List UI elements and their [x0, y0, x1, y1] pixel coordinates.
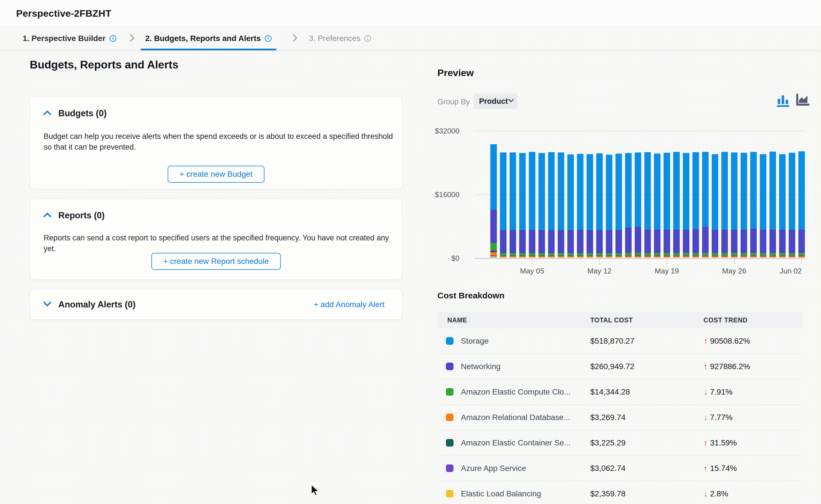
- anomaly-card-title[interactable]: Anomaly Alerts (0): [58, 300, 135, 310]
- tab-label: 2. Budgets, Reports and Alerts: [145, 34, 261, 43]
- chart-bar[interactable]: [567, 154, 574, 258]
- chart-bar[interactable]: [490, 144, 497, 258]
- chart-bar[interactable]: [731, 152, 738, 258]
- chevron-down-icon[interactable]: [43, 301, 51, 308]
- chart-bar[interactable]: [606, 155, 612, 258]
- bar-segment-storage: [798, 151, 805, 230]
- bar-segment-networking: [586, 230, 593, 253]
- chart-bar[interactable]: [596, 153, 603, 258]
- x-axis-label: May 19: [655, 267, 679, 275]
- area-chart-icon[interactable]: [796, 93, 810, 109]
- bar-segment-storage: [586, 154, 593, 230]
- trend-value: 90508.62%: [710, 337, 750, 346]
- chart-bar[interactable]: [712, 154, 718, 258]
- cost-total: $518,870.27: [590, 337, 704, 346]
- chart-bar[interactable]: [750, 152, 757, 258]
- chart-bar[interactable]: [693, 152, 699, 258]
- cost-total: $3,269.74: [590, 413, 704, 422]
- bar-segment-networking: [490, 210, 497, 243]
- bar-segment-storage: [615, 154, 622, 230]
- bar-segment-elb: [635, 257, 641, 258]
- bar-segment-elb: [538, 257, 545, 258]
- chart-bar[interactable]: [683, 153, 689, 258]
- reports-description: Reports can send a cost report to specif…: [44, 232, 396, 254]
- chart-bar[interactable]: [538, 153, 545, 258]
- chart-bar[interactable]: [654, 154, 661, 258]
- x-axis-tick: [599, 259, 600, 264]
- tab-perspective-builder[interactable]: 1. Perspective Builder: [18, 27, 121, 50]
- bar-segment-elb: [731, 257, 738, 258]
- x-axis-tick: [667, 259, 667, 264]
- tab-preferences[interactable]: 3. Preferences: [304, 27, 376, 50]
- chart-bar[interactable]: [577, 154, 583, 258]
- info-icon[interactable]: [364, 35, 371, 42]
- chart-bar[interactable]: [625, 153, 632, 258]
- chart-bar[interactable]: [510, 152, 516, 258]
- x-axis-tick: [801, 259, 802, 264]
- chart-bar[interactable]: [644, 152, 651, 258]
- cost-total: $3,062.74: [590, 464, 704, 473]
- trend-value: 7.77%: [710, 413, 732, 422]
- chevron-down-icon: [508, 99, 514, 104]
- budgets-card: Budgets (0) Budget can help you receive …: [30, 96, 402, 189]
- chart-bar[interactable]: [615, 154, 622, 258]
- chart-bar[interactable]: [702, 152, 709, 258]
- chart-bar[interactable]: [500, 152, 506, 258]
- trend-value: 31.59%: [710, 438, 737, 447]
- chart-bar[interactable]: [519, 153, 526, 258]
- info-icon[interactable]: [109, 35, 117, 42]
- anomaly-alerts-card: Anomaly Alerts (0) + add Anomaly Alert: [30, 289, 402, 320]
- chart-bar[interactable]: [586, 154, 593, 258]
- reports-card-title[interactable]: Reports (0): [58, 210, 105, 221]
- bar-segment-ec2: [606, 253, 612, 255]
- chevron-up-icon[interactable]: [43, 110, 51, 117]
- budgets-card-title[interactable]: Budgets (0): [58, 108, 107, 119]
- chevron-up-icon[interactable]: [43, 212, 51, 219]
- add-anomaly-alert-link[interactable]: + add Anomaly Alert: [314, 300, 384, 309]
- series-color-chip: [446, 337, 453, 345]
- bar-segment-ec2: [558, 253, 564, 255]
- chart-bar[interactable]: [789, 153, 795, 258]
- bar-segment-ec2: [577, 253, 583, 255]
- chart-bar[interactable]: [798, 151, 805, 258]
- chart-bar[interactable]: [673, 152, 680, 258]
- bar-segment-storage: [548, 152, 554, 230]
- chart-bar[interactable]: [741, 153, 747, 258]
- trend-value: 2.8%: [710, 489, 728, 498]
- bar-segment-storage: [538, 153, 545, 230]
- bar-segment-storage: [721, 152, 728, 230]
- chart-bar[interactable]: [635, 152, 641, 258]
- tab-budgets-reports-alerts[interactable]: 2. Budgets, Reports and Alerts: [141, 27, 276, 50]
- chart-bar[interactable]: [529, 152, 535, 258]
- chart-bar[interactable]: [770, 152, 776, 258]
- chart-bar[interactable]: [779, 154, 786, 258]
- bar-segment-networking: [635, 227, 641, 253]
- series-color-chip: [446, 464, 453, 472]
- trend-value: 15.74%: [710, 464, 737, 473]
- chart-bar[interactable]: [558, 152, 564, 258]
- bar-segment-elb: [548, 257, 554, 258]
- bar-segment-networking: [567, 230, 574, 253]
- bar-segment-networking: [731, 230, 738, 253]
- bar-segment-elb: [510, 257, 516, 258]
- table-row: Amazon Elastic Container Se...$3,225.29↑…: [437, 430, 803, 456]
- y-axis-label: $0: [451, 254, 459, 263]
- info-icon[interactable]: [265, 35, 272, 42]
- chart-bar[interactable]: [664, 153, 670, 258]
- bar-segment-elb: [770, 257, 776, 258]
- table-column-header: NAME: [437, 316, 590, 324]
- cost-name-cell: Storage: [437, 337, 590, 346]
- x-axis-label: May 12: [587, 267, 611, 275]
- chart-bar[interactable]: [760, 154, 766, 258]
- create-budget-button[interactable]: + create new Budget: [167, 166, 265, 183]
- chart-bar[interactable]: [548, 152, 554, 258]
- bar-segment-ec2: [548, 253, 554, 255]
- bar-chart-icon[interactable]: [776, 93, 790, 109]
- bar-segment-elb: [673, 257, 680, 258]
- create-report-button[interactable]: + create new Report schedule: [151, 253, 281, 270]
- bar-segment-networking: [789, 230, 795, 253]
- chart-bar[interactable]: [721, 152, 728, 258]
- bar-segment-elb: [500, 257, 506, 258]
- group-by-value: Product: [479, 97, 508, 106]
- group-by-dropdown[interactable]: Product: [473, 94, 517, 109]
